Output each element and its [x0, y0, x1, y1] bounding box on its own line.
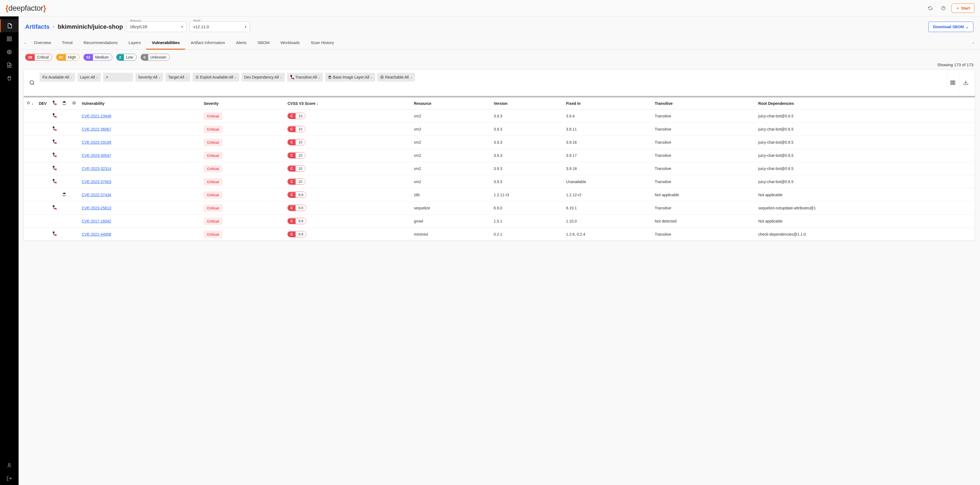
- col-header-fixed[interactable]: Fixed In: [563, 97, 652, 110]
- tab-recommendations[interactable]: Recommendations: [78, 37, 123, 49]
- root-cell: Not applicable: [756, 215, 975, 228]
- tab-sbom[interactable]: SBOM: [252, 37, 275, 49]
- severity-label: High: [66, 54, 79, 61]
- tab-artifact-information[interactable]: Artifact Information: [185, 37, 231, 49]
- release-selector[interactable]: Release 1Bzyl11R: [126, 21, 186, 32]
- build-selector[interactable]: Build v12.11.0: [190, 21, 250, 32]
- cve-link[interactable]: CVE-2022-37434: [82, 193, 111, 197]
- col-header-version[interactable]: Version: [491, 97, 563, 110]
- col-header-root[interactable]: Root Dependencies: [756, 97, 975, 110]
- sidebar-item-logout[interactable]: [0, 472, 19, 485]
- columns-button[interactable]: [947, 73, 958, 93]
- help-button[interactable]: [939, 3, 948, 13]
- table-row[interactable]: CVE-2023-30547CriticalC10vm23.9.33.9.17T…: [24, 149, 975, 162]
- root-cell: juicy-chat-bot@0.6.5: [756, 162, 975, 175]
- transitive-cell: Not applicable: [652, 188, 756, 201]
- tab-scroll-right[interactable]: ›: [970, 37, 977, 48]
- sidebar-item-artifacts[interactable]: [0, 19, 19, 32]
- table-row[interactable]: CVE-2023-32314CriticalC10vm23.9.33.9.18T…: [24, 162, 975, 175]
- cve-link[interactable]: CVE-2022-36067: [82, 127, 111, 131]
- tab-workloads[interactable]: Workloads: [275, 37, 305, 49]
- svg-marker-29: [62, 192, 66, 194]
- tree-icon: [290, 75, 294, 79]
- tab-vulnerabilities[interactable]: Vulnerabilities: [146, 37, 185, 49]
- transitive-cell: Transitive: [652, 201, 756, 215]
- table-row[interactable]: CVE-2023-29199CriticalC10vm23.9.33.9.16T…: [24, 136, 975, 149]
- cve-link[interactable]: CVE-2023-37903: [82, 180, 111, 184]
- severity-chip-high[interactable]: 91High: [56, 54, 79, 61]
- download-sbom-button[interactable]: Download SBOM ⌄: [928, 22, 974, 32]
- table-row[interactable]: CVE-2022-37434CriticalC9.8zlib1.2.11-r31…: [24, 188, 975, 201]
- sidebar-item-account[interactable]: [0, 459, 19, 472]
- filter-layer[interactable]: Layer:All ⌄: [77, 73, 101, 81]
- filter-base-image[interactable]: Base Image Layer:All ⌄: [325, 73, 375, 81]
- cve-link[interactable]: CVE-2017-16042: [82, 219, 111, 223]
- sidebar-item-reports[interactable]: [0, 59, 19, 72]
- severity-chip-unknown[interactable]: 0Unknown: [140, 54, 170, 61]
- table-row[interactable]: CVE-2021-44906CriticalC9.8minimist0.2.11…: [24, 228, 975, 241]
- tab-overview[interactable]: Overview: [29, 37, 57, 49]
- table-row[interactable]: CVE-2022-36067CriticalC10vm23.9.33.9.11T…: [24, 123, 975, 136]
- col-header-dev[interactable]: DEV: [36, 97, 49, 110]
- severity-chip-critical[interactable]: 28Critical: [25, 54, 52, 61]
- col-header-transitive[interactable]: Transitive: [652, 97, 756, 110]
- filter-severity[interactable]: Severity:All ⌄: [135, 73, 163, 81]
- table-row[interactable]: CVE-2017-16042CriticalC9.8growl1.5.11.10…: [24, 215, 975, 228]
- severity-chip-medium[interactable]: 52Medium: [83, 54, 112, 61]
- table-row[interactable]: CVE-2021-23449CriticalC10vm23.9.33.9.4Tr…: [24, 110, 975, 123]
- release-value[interactable]: 1Bzyl11R: [126, 21, 186, 32]
- tab-trend[interactable]: Trend: [57, 37, 78, 49]
- search-button[interactable]: [27, 73, 37, 93]
- sidebar-item-integrations[interactable]: [0, 72, 19, 85]
- svg-line-13: [33, 84, 34, 85]
- severity-count: 52: [84, 54, 93, 61]
- refresh-button[interactable]: [925, 3, 935, 13]
- brand-logo: {deepfactor}: [5, 4, 46, 13]
- sidebar-item-kubernetes[interactable]: [0, 45, 19, 59]
- table-row[interactable]: CVE-2023-25813CriticalC9.8sequelize6.9.0…: [24, 201, 975, 215]
- build-value[interactable]: v12.11.0: [190, 21, 250, 32]
- tab-scan-history[interactable]: Scan History: [305, 37, 339, 49]
- filter-transitive[interactable]: Transitive:All ⌄: [287, 73, 323, 81]
- filter-score-input[interactable]: [103, 73, 133, 81]
- tab-scroll-left[interactable]: ‹: [22, 37, 29, 48]
- severity-chip-low[interactable]: 2Low: [116, 54, 137, 61]
- cvss-pill: C10: [287, 113, 305, 119]
- breadcrumb-root[interactable]: Artifacts: [25, 23, 49, 30]
- filter-reachable[interactable]: Reachable:All ⌄: [377, 73, 415, 81]
- sidebar-item-dashboard[interactable]: [0, 32, 19, 45]
- col-header-cvss[interactable]: CVSS V3 Score ↓: [285, 97, 411, 110]
- fixed-cell: 3.9.18: [563, 162, 652, 175]
- cve-link[interactable]: CVE-2023-25813: [82, 206, 111, 210]
- col-header-severity[interactable]: Severity: [201, 97, 285, 110]
- col-header-tree[interactable]: [49, 97, 59, 110]
- download-button[interactable]: [959, 73, 972, 93]
- tab-layers[interactable]: Layers: [123, 37, 146, 49]
- cve-link[interactable]: CVE-2021-44906: [82, 232, 111, 236]
- tab-alerts[interactable]: Alerts: [231, 37, 252, 49]
- filter-target[interactable]: Target:All ⌄: [165, 73, 190, 81]
- filter-exploit[interactable]: Exploit Available:All ⌄: [192, 73, 239, 81]
- start-button[interactable]: Start: [951, 3, 975, 13]
- cve-link[interactable]: CVE-2023-29199: [82, 140, 111, 145]
- svg-point-5: [9, 51, 10, 53]
- layers-icon: [62, 101, 67, 105]
- col-header-target[interactable]: [69, 97, 79, 110]
- cve-link[interactable]: CVE-2023-30547: [82, 153, 111, 158]
- filter-dev-dependency[interactable]: Dev Dependency:All ⌄: [242, 73, 285, 81]
- cve-link[interactable]: CVE-2021-23449: [82, 114, 111, 118]
- version-cell: 6.9.0: [491, 201, 563, 215]
- root-cell: Not applicable: [756, 188, 975, 201]
- chevron-down-icon: ⌄: [280, 76, 282, 79]
- cvss-pill: C9.8: [287, 218, 306, 224]
- cve-link[interactable]: CVE-2023-32314: [82, 166, 111, 171]
- col-header-resource[interactable]: Resource: [411, 97, 491, 110]
- resource-cell: vm2: [411, 149, 491, 162]
- layers-icon: [62, 192, 67, 196]
- col-header-vulnerability[interactable]: Vulnerability: [79, 97, 201, 110]
- table-row[interactable]: CVE-2023-37903CriticalC10vm23.9.3Unavail…: [24, 175, 975, 188]
- filter-fix-available[interactable]: Fix Available:All ⌄: [40, 73, 75, 81]
- col-header-layers[interactable]: [59, 97, 69, 110]
- col-header-bug[interactable]: ↓: [24, 97, 36, 110]
- root-cell: juicy-chat-bot@0.6.5: [756, 123, 975, 136]
